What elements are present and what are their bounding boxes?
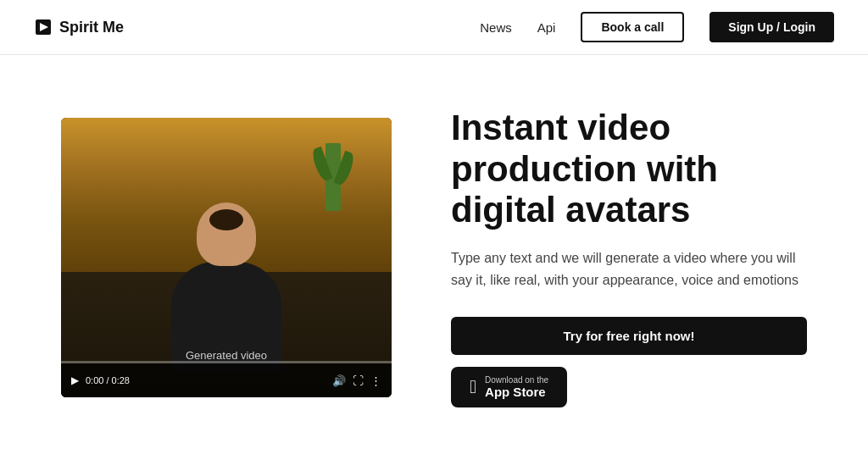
appstore-button[interactable]:  Download on the App Store	[451, 367, 567, 407]
try-free-button[interactable]: Try for free right now!	[451, 317, 807, 355]
nav-api[interactable]: Api	[537, 20, 556, 35]
appstore-top-label: Download on the	[485, 375, 548, 385]
play-icon[interactable]: ▶	[71, 374, 79, 386]
video-player[interactable]: Generated video ▶ 0:00 / 0:28 🔊 ⛶ ⋮	[61, 118, 392, 397]
logo-icon	[34, 18, 53, 36]
apple-icon: 	[470, 376, 476, 398]
video-label: Generated video	[186, 349, 267, 362]
main-section: Generated video ▶ 0:00 / 0:28 🔊 ⛶ ⋮ Inst…	[0, 55, 868, 460]
video-controls: ▶ 0:00 / 0:28 🔊 ⛶ ⋮	[61, 363, 392, 397]
volume-icon[interactable]: 🔊	[332, 374, 346, 387]
video-plant	[326, 143, 341, 211]
navbar: Spirit Me News Api Book a call Sign Up /…	[0, 0, 868, 55]
nav-links: News Api Book a call Sign Up / Login	[480, 12, 834, 42]
cta-buttons: Try for free right now!  Download on th…	[451, 317, 807, 407]
nav-news[interactable]: News	[480, 20, 512, 35]
hero-content: Instant video production with digital av…	[451, 108, 807, 407]
more-options-icon[interactable]: ⋮	[370, 374, 381, 387]
signup-button[interactable]: Sign Up / Login	[709, 12, 834, 42]
appstore-bottom-label: App Store	[485, 385, 546, 399]
book-call-button[interactable]: Book a call	[581, 12, 684, 42]
hero-subtitle: Type any text and we will generate a vid…	[451, 247, 807, 291]
hero-title: Instant video production with digital av…	[451, 108, 807, 230]
video-time: 0:00 / 0:28	[86, 375, 326, 385]
logo-text: Spirit Me	[59, 19, 124, 36]
video-person	[150, 202, 303, 372]
fullscreen-icon[interactable]: ⛶	[353, 374, 364, 387]
logo[interactable]: Spirit Me	[34, 18, 124, 36]
appstore-text: Download on the App Store	[485, 375, 548, 399]
person-head	[197, 202, 256, 266]
